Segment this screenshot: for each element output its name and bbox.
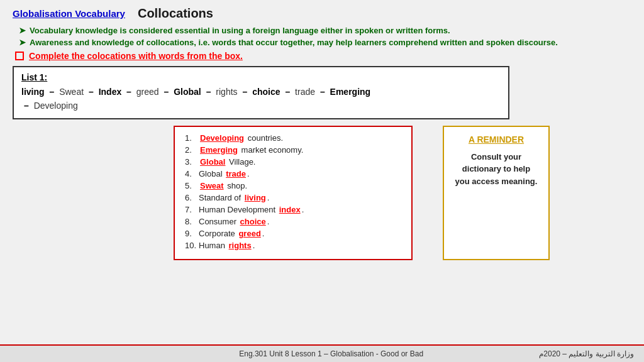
ex-before-10: Human (199, 241, 228, 250)
ex-num-7: 7. (185, 205, 199, 214)
ex-before-8: Consumer (199, 217, 239, 226)
dash-1: – (49, 87, 54, 97)
question-text: Complete the colocations with words from… (29, 51, 243, 61)
bullet-points: ➤ Vocabulary knowledge is considered ess… (19, 26, 631, 47)
exercise-1: 1. Developing countries. (185, 133, 401, 143)
exercise-9: 9. Corporate greed . (185, 229, 401, 238)
ex-num-1: 1. (185, 133, 199, 143)
exercise-8: 8. Consumer choice . (185, 217, 401, 226)
main-content: Globalisation Vocabulary Collocations ➤ … (0, 0, 644, 260)
ex-after-9: . (262, 229, 265, 238)
red-question: Complete the colocations with words from… (15, 51, 631, 61)
ex-num-6: 6. (185, 193, 199, 202)
dash-5: – (206, 87, 211, 97)
ex-num-8: 8. (185, 217, 199, 226)
footer-center-text: Eng.301 Unit 8 Lesson 1 – Globalisation … (123, 349, 539, 358)
ex-num-5: 5. (185, 181, 199, 190)
ex-num-2: 2. (185, 145, 199, 155)
dash-8: – (320, 87, 325, 97)
bullet-arrow-1: ➤ (19, 26, 26, 35)
dash-7: – (285, 87, 290, 97)
bullet-arrow-2: ➤ (19, 38, 26, 47)
ex-before-6: Standard of (199, 193, 243, 202)
word-trade: trade (295, 87, 315, 97)
header-row: Globalisation Vocabulary Collocations (13, 6, 631, 21)
dash-9: – (24, 101, 29, 111)
ex-after-4: . (247, 169, 250, 178)
word-living: living (21, 87, 45, 97)
bullet-point-2: ➤ Awareness and knowledge of collocation… (19, 38, 631, 47)
exercise-5: 5. Sweat shop. (185, 181, 401, 190)
ex-num-9: 9. (185, 229, 199, 238)
ex-after-2: market economy. (239, 145, 303, 155)
ex-answer-5: Sweat (200, 181, 224, 190)
ex-before-7: Human Development (199, 205, 278, 214)
exercise-10: 10. Human rights . (185, 241, 401, 250)
exercise-3: 3. Global Village. (185, 157, 401, 167)
ex-answer-9: greed (238, 229, 260, 238)
ex-answer-4: trade (226, 169, 246, 178)
middle-section: 1. Developing countries. 2. Emerging mar… (13, 126, 631, 260)
ex-after-8: . (267, 217, 270, 226)
ex-after-1: countries. (245, 133, 283, 143)
ex-after-5: shop. (225, 181, 247, 190)
bullet-text-1: Vocabulary knowledge is considered essen… (30, 26, 450, 35)
list-box: List 1: living – Sweat – Index – greed –… (13, 66, 509, 119)
globalisation-vocab-link[interactable]: Globalisation Vocabulary (13, 8, 125, 19)
word-developing: Developing (34, 101, 78, 111)
ex-answer-1: Developing (200, 133, 244, 143)
word-choice: choice (252, 87, 280, 97)
footer-right-text: وزارة التربية والتعليم – 2020م (539, 349, 634, 358)
exercise-box: 1. Developing countries. 2. Emerging mar… (174, 126, 413, 260)
ex-after-3: Village. (226, 157, 255, 167)
word-sweat: Sweat (59, 87, 84, 97)
ex-answer-2: Emerging (200, 145, 238, 155)
ex-num-10: 10. (185, 241, 199, 250)
exercise-7: 7. Human Development index . (185, 205, 401, 214)
footer: Eng.301 Unit 8 Lesson 1 – Globalisation … (0, 344, 644, 362)
collocations-title: Collocations (138, 6, 213, 21)
ex-num-4: 4. (185, 169, 199, 178)
dash-4: – (164, 87, 169, 97)
ex-before-9: Corporate (199, 229, 237, 238)
exercise-4: 4. Global trade . (185, 169, 401, 178)
bullet-text-2: Awareness and knowledge of collocations,… (30, 38, 558, 47)
ex-answer-7: index (279, 205, 301, 214)
bullet-point-1: ➤ Vocabulary knowledge is considered ess… (19, 26, 631, 35)
reminder-text: Consult your dictionary to help you acce… (454, 151, 538, 188)
checkbox-icon (15, 52, 24, 60)
word-emerging: Emerging (330, 87, 371, 97)
word-index: Index (99, 87, 122, 97)
ex-before-4: Global (199, 169, 225, 178)
word-list: living – Sweat – Index – greed – Global … (21, 85, 501, 113)
ex-after-6: . (267, 193, 270, 202)
word-greed: greed (136, 87, 159, 97)
list-title: List 1: (21, 72, 501, 82)
dash-2: – (89, 87, 94, 97)
ex-after-10: . (253, 241, 255, 250)
ex-answer-6: living (245, 193, 266, 202)
exercise-2: 2. Emerging market economy. (185, 145, 401, 155)
reminder-box: A REMINDER Consult your dictionary to he… (443, 126, 550, 260)
dash-3: – (126, 87, 131, 97)
exercise-6: 6. Standard of living . (185, 193, 401, 202)
ex-after-7: . (302, 205, 304, 214)
ex-answer-8: choice (240, 217, 266, 226)
dash-6: – (242, 87, 247, 97)
word-global: Global (174, 87, 201, 97)
word-rights: rights (216, 87, 237, 97)
ex-num-3: 3. (185, 157, 199, 167)
reminder-title: A REMINDER (454, 134, 538, 145)
ex-answer-3: Global (200, 157, 225, 167)
ex-answer-10: rights (229, 241, 252, 250)
